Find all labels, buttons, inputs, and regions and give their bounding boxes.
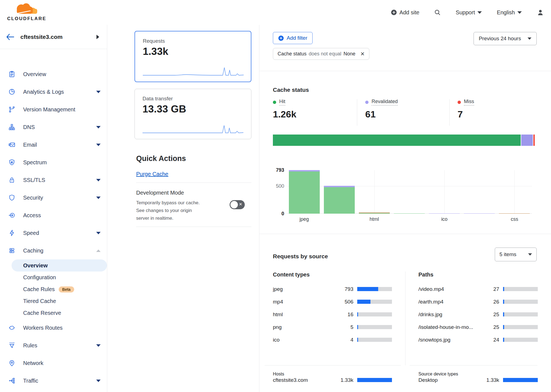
- table-row[interactable]: cftestsite3.com1.33k: [273, 377, 392, 383]
- support-menu[interactable]: Support: [456, 9, 482, 16]
- sidebar-item-network[interactable]: Network: [0, 354, 107, 372]
- requests-card-label: Requests: [143, 38, 243, 44]
- plus-circle-icon: [278, 35, 284, 41]
- stat-value: 61: [365, 109, 398, 120]
- table-row[interactable]: ico4: [273, 336, 392, 343]
- stat-label[interactable]: Miss: [464, 99, 474, 106]
- chevron-down-icon: [96, 197, 101, 199]
- purge-cache-link[interactable]: Purge Cache: [136, 171, 168, 177]
- table-row[interactable]: /drinks.jpg25: [418, 311, 538, 318]
- time-range-select[interactable]: Previous 24 hours: [474, 32, 537, 45]
- sidebar-item-custom-pages[interactable]: Custom Pages: [0, 390, 107, 392]
- table-title: Content types: [273, 272, 392, 278]
- cloudflare-logo[interactable]: CLOUDFLARE: [6, 2, 47, 22]
- sidebar-item-security[interactable]: Security: [0, 189, 107, 206]
- bar-html[interactable]: [359, 213, 390, 214]
- sidebar-item-label: Email: [23, 142, 37, 148]
- top-nav: CLOUDFLARE Add site Support English: [0, 0, 551, 25]
- bar-unlabeled[interactable]: [464, 213, 495, 214]
- sidebar-item-overview[interactable]: Overview: [0, 65, 107, 83]
- stacked-segment-revalidated[interactable]: [521, 135, 533, 146]
- sidebar-item-caching[interactable]: Caching: [0, 242, 107, 259]
- chevron-down-icon: [517, 11, 522, 14]
- plus-circle-icon: [391, 9, 397, 15]
- location-pin-icon: [8, 359, 15, 367]
- table-row[interactable]: Desktop1.33k: [418, 377, 538, 383]
- sidebar-subitem-overview[interactable]: Overview: [0, 259, 107, 272]
- sidebar-item-spectrum[interactable]: Spectrum: [0, 154, 107, 171]
- sidebar-subitem-cache-rules[interactable]: Cache RulesBeta: [0, 283, 107, 295]
- language-menu[interactable]: English: [497, 9, 522, 16]
- sidebar-item-traffic[interactable]: Traffic: [0, 372, 107, 390]
- support-label: Support: [456, 9, 475, 16]
- sidebar-item-speed[interactable]: Speed: [0, 224, 107, 242]
- sidebar-item-access[interactable]: Access: [0, 206, 107, 224]
- table-row[interactable]: /snowtops.jpg24: [418, 336, 538, 343]
- table-row[interactable]: html16: [273, 311, 392, 318]
- search-button[interactable]: [434, 9, 441, 16]
- sidebar-item-label: Rules: [23, 342, 37, 349]
- table-row[interactable]: png5: [273, 324, 392, 331]
- sidebar-subitem-cache-reserve[interactable]: Cache Reserve: [0, 307, 107, 319]
- requests-card[interactable]: Requests 1.33k: [135, 31, 251, 82]
- stacked-segment-hit[interactable]: [273, 135, 521, 146]
- table-row[interactable]: /isolated-house-in-mo...25: [418, 324, 538, 331]
- bar-segment-hit: [289, 171, 320, 214]
- sidebar-item-label: Security: [23, 195, 43, 201]
- table-row[interactable]: jpeg793: [273, 286, 392, 292]
- bar-png[interactable]: [394, 213, 425, 214]
- x-tick-label: jpeg: [287, 216, 322, 222]
- sidebar-item-version-management[interactable]: Version Management: [0, 101, 107, 118]
- sidebar-item-analytics-logs[interactable]: Analytics & Logs: [0, 83, 107, 101]
- table-row[interactable]: /earth.mp426: [418, 298, 538, 305]
- bar-ico[interactable]: [429, 213, 460, 214]
- account-menu[interactable]: [537, 9, 544, 16]
- requests-by-source-title: Requests by source: [273, 253, 328, 260]
- bar-mp4[interactable]: [324, 186, 355, 214]
- remove-filter-icon[interactable]: ✕: [360, 51, 365, 57]
- bar-jpeg[interactable]: [289, 170, 320, 214]
- y-tick-label: 500: [272, 183, 284, 189]
- bar-css[interactable]: [499, 213, 530, 214]
- add-filter-button[interactable]: Add filter: [273, 32, 313, 44]
- dns-tree-icon: [8, 123, 15, 131]
- items-count-select[interactable]: 5 items: [495, 248, 537, 261]
- table-row[interactable]: /video.mp427: [418, 286, 538, 292]
- row-value: 1.33k: [482, 377, 499, 383]
- gridline: [374, 170, 375, 214]
- table-row[interactable]: mp4506: [273, 298, 392, 305]
- development-mode-title: Development Mode: [136, 190, 184, 196]
- row-label: Desktop: [418, 377, 482, 383]
- stat-revalidated: Revalidated61: [365, 99, 398, 120]
- sidebar-item-rules[interactable]: Rules: [0, 337, 107, 354]
- chevron-down-icon: [96, 232, 101, 234]
- data-transfer-card[interactable]: Data transfer 13.33 GB: [135, 89, 251, 139]
- branch-icon: [8, 106, 15, 113]
- sidebar-subitem-tiered-cache[interactable]: Tiered Cache: [0, 295, 107, 307]
- access-icon: [8, 212, 15, 219]
- stat-value: 1.26k: [273, 109, 296, 120]
- sidebar-subitem-configuration[interactable]: Configuration: [0, 272, 107, 283]
- row-value: 25: [482, 312, 499, 318]
- chevron-right-icon[interactable]: [96, 35, 99, 39]
- stacked-segment-miss[interactable]: [533, 135, 535, 146]
- row-value: 25: [482, 324, 499, 330]
- shield-icon: [8, 194, 15, 201]
- stat-label[interactable]: Hit: [279, 99, 285, 106]
- add-filter-label: Add filter: [287, 35, 307, 41]
- stat-label[interactable]: Revalidated: [372, 99, 398, 106]
- sidebar-subitem-label: Cache RulesBeta: [23, 286, 74, 292]
- add-site-button[interactable]: Add site: [391, 9, 419, 16]
- sidebar-item-dns[interactable]: DNS: [0, 118, 107, 136]
- sidebar-subitem-label: Cache Reserve: [23, 310, 61, 316]
- time-range-value: Previous 24 hours: [479, 36, 521, 42]
- sidebar-item-email[interactable]: Email: [0, 136, 107, 154]
- filter-chip[interactable]: Cache status does not equal None ✕: [273, 48, 369, 60]
- sidebar-item-workers-routes[interactable]: Workers Routes: [0, 319, 107, 337]
- development-mode-toggle[interactable]: ✕: [230, 200, 245, 209]
- back-arrow-icon[interactable]: [6, 33, 14, 41]
- site-name: cftestsite3.com: [20, 34, 63, 40]
- sidebar-item-ssl-tls[interactable]: SSL/TLS: [0, 171, 107, 189]
- row-bar: [357, 378, 392, 382]
- sidebar: cftestsite3.com OverviewAnalytics & Logs…: [0, 25, 107, 392]
